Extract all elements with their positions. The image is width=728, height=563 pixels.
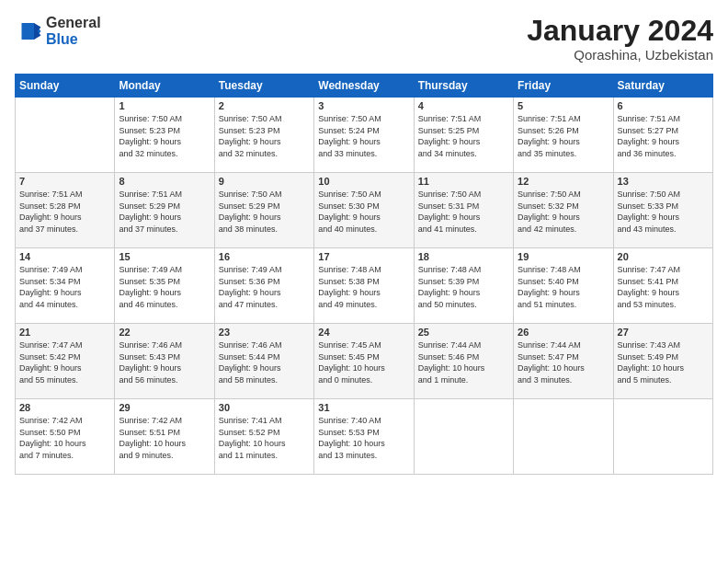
cell-content: Sunrise: 7:42 AM Sunset: 5:50 PM Dayligh… (19, 415, 110, 461)
cell-content: Sunrise: 7:50 AM Sunset: 5:23 PM Dayligh… (219, 113, 310, 159)
day-number: 9 (219, 176, 310, 187)
calendar-cell: 3Sunrise: 7:50 AM Sunset: 5:24 PM Daylig… (314, 98, 414, 173)
cell-content: Sunrise: 7:50 AM Sunset: 5:33 PM Dayligh… (618, 189, 709, 235)
cell-content: Sunrise: 7:43 AM Sunset: 5:49 PM Dayligh… (618, 339, 709, 385)
cell-content: Sunrise: 7:48 AM Sunset: 5:40 PM Dayligh… (518, 264, 609, 310)
day-number: 26 (518, 327, 609, 338)
cell-content: Sunrise: 7:49 AM Sunset: 5:35 PM Dayligh… (119, 264, 210, 310)
calendar-cell: 25Sunrise: 7:44 AM Sunset: 5:46 PM Dayli… (414, 324, 513, 399)
calendar-cell: 11Sunrise: 7:50 AM Sunset: 5:31 PM Dayli… (414, 173, 513, 248)
cell-content: Sunrise: 7:45 AM Sunset: 5:45 PM Dayligh… (318, 339, 409, 385)
day-number: 6 (618, 100, 709, 111)
day-number: 13 (618, 176, 709, 187)
page-header: General Blue January 2024 Qorashina, Uzb… (15, 15, 713, 63)
calendar-week-row: 14Sunrise: 7:49 AM Sunset: 5:34 PM Dayli… (16, 248, 713, 324)
cell-content: Sunrise: 7:50 AM Sunset: 5:30 PM Dayligh… (318, 189, 409, 235)
logo-icon (15, 17, 42, 45)
calendar-cell: 24Sunrise: 7:45 AM Sunset: 5:45 PM Dayli… (314, 324, 414, 399)
calendar-cell: 28Sunrise: 7:42 AM Sunset: 5:50 PM Dayli… (16, 399, 115, 475)
day-number: 3 (318, 100, 409, 111)
logo-general-text: General (46, 15, 101, 31)
day-number: 19 (518, 251, 609, 262)
cell-content: Sunrise: 7:50 AM Sunset: 5:31 PM Dayligh… (418, 189, 509, 235)
cell-content: Sunrise: 7:49 AM Sunset: 5:34 PM Dayligh… (19, 264, 110, 310)
day-number: 15 (119, 251, 210, 262)
calendar-cell (613, 399, 712, 475)
logo-blue-text: Blue (46, 31, 101, 48)
calendar-week-row: 7Sunrise: 7:51 AM Sunset: 5:28 PM Daylig… (16, 173, 713, 248)
day-number: 7 (19, 176, 110, 187)
day-number: 29 (119, 402, 210, 413)
month-title: January 2024 (527, 15, 713, 47)
weekday-wednesday: Wednesday (314, 75, 414, 98)
day-number: 23 (219, 327, 310, 338)
day-number: 8 (119, 176, 210, 187)
cell-content: Sunrise: 7:50 AM Sunset: 5:32 PM Dayligh… (518, 189, 609, 235)
weekday-monday: Monday (115, 75, 214, 98)
weekday-header-row: SundayMondayTuesdayWednesdayThursdayFrid… (16, 75, 713, 98)
calendar-cell: 15Sunrise: 7:49 AM Sunset: 5:35 PM Dayli… (115, 248, 214, 324)
weekday-thursday: Thursday (414, 75, 513, 98)
calendar-cell: 19Sunrise: 7:48 AM Sunset: 5:40 PM Dayli… (514, 248, 613, 324)
day-number: 12 (518, 176, 609, 187)
cell-content: Sunrise: 7:44 AM Sunset: 5:46 PM Dayligh… (418, 339, 509, 385)
cell-content: Sunrise: 7:48 AM Sunset: 5:38 PM Dayligh… (318, 264, 409, 310)
calendar-cell (16, 98, 115, 173)
cell-content: Sunrise: 7:50 AM Sunset: 5:29 PM Dayligh… (219, 189, 310, 235)
title-block: January 2024 Qorashina, Uzbekistan (527, 15, 713, 63)
calendar-cell: 20Sunrise: 7:47 AM Sunset: 5:41 PM Dayli… (613, 248, 712, 324)
calendar-cell: 26Sunrise: 7:44 AM Sunset: 5:47 PM Dayli… (514, 324, 613, 399)
day-number: 31 (318, 402, 409, 413)
calendar-cell: 29Sunrise: 7:42 AM Sunset: 5:51 PM Dayli… (115, 399, 214, 475)
calendar-cell (414, 399, 513, 475)
calendar-cell: 12Sunrise: 7:50 AM Sunset: 5:32 PM Dayli… (514, 173, 613, 248)
day-number: 21 (19, 327, 110, 338)
day-number: 22 (119, 327, 210, 338)
logo: General Blue (15, 15, 101, 47)
cell-content: Sunrise: 7:50 AM Sunset: 5:23 PM Dayligh… (119, 113, 210, 159)
day-number: 30 (219, 402, 310, 413)
calendar-cell: 5Sunrise: 7:51 AM Sunset: 5:26 PM Daylig… (514, 98, 613, 173)
calendar-week-row: 28Sunrise: 7:42 AM Sunset: 5:50 PM Dayli… (16, 399, 713, 475)
location: Qorashina, Uzbekistan (527, 47, 713, 63)
calendar-cell: 4Sunrise: 7:51 AM Sunset: 5:25 PM Daylig… (414, 98, 513, 173)
cell-content: Sunrise: 7:51 AM Sunset: 5:26 PM Dayligh… (518, 113, 609, 159)
weekday-friday: Friday (514, 75, 613, 98)
day-number: 25 (418, 327, 509, 338)
calendar-cell: 16Sunrise: 7:49 AM Sunset: 5:36 PM Dayli… (214, 248, 313, 324)
cell-content: Sunrise: 7:51 AM Sunset: 5:28 PM Dayligh… (19, 189, 110, 235)
calendar-week-row: 21Sunrise: 7:47 AM Sunset: 5:42 PM Dayli… (16, 324, 713, 399)
day-number: 4 (418, 100, 509, 111)
calendar-cell: 7Sunrise: 7:51 AM Sunset: 5:28 PM Daylig… (16, 173, 115, 248)
calendar-cell: 18Sunrise: 7:48 AM Sunset: 5:39 PM Dayli… (414, 248, 513, 324)
cell-content: Sunrise: 7:41 AM Sunset: 5:52 PM Dayligh… (219, 415, 310, 461)
day-number: 24 (318, 327, 409, 338)
day-number: 2 (219, 100, 310, 111)
calendar-cell: 30Sunrise: 7:41 AM Sunset: 5:52 PM Dayli… (214, 399, 313, 475)
calendar-week-row: 1Sunrise: 7:50 AM Sunset: 5:23 PM Daylig… (16, 98, 713, 173)
weekday-saturday: Saturday (613, 75, 712, 98)
calendar-cell: 14Sunrise: 7:49 AM Sunset: 5:34 PM Dayli… (16, 248, 115, 324)
calendar-body: 1Sunrise: 7:50 AM Sunset: 5:23 PM Daylig… (16, 98, 713, 475)
day-number: 5 (518, 100, 609, 111)
weekday-sunday: Sunday (16, 75, 115, 98)
day-number: 16 (219, 251, 310, 262)
calendar-cell: 17Sunrise: 7:48 AM Sunset: 5:38 PM Dayli… (314, 248, 414, 324)
cell-content: Sunrise: 7:48 AM Sunset: 5:39 PM Dayligh… (418, 264, 509, 310)
weekday-tuesday: Tuesday (214, 75, 313, 98)
calendar-cell: 9Sunrise: 7:50 AM Sunset: 5:29 PM Daylig… (214, 173, 313, 248)
day-number: 20 (618, 251, 709, 262)
cell-content: Sunrise: 7:50 AM Sunset: 5:24 PM Dayligh… (318, 113, 409, 159)
calendar-cell: 23Sunrise: 7:46 AM Sunset: 5:44 PM Dayli… (214, 324, 313, 399)
day-number: 28 (19, 402, 110, 413)
calendar-cell: 2Sunrise: 7:50 AM Sunset: 5:23 PM Daylig… (214, 98, 313, 173)
calendar-cell: 31Sunrise: 7:40 AM Sunset: 5:53 PM Dayli… (314, 399, 414, 475)
day-number: 10 (318, 176, 409, 187)
cell-content: Sunrise: 7:42 AM Sunset: 5:51 PM Dayligh… (119, 415, 210, 461)
day-number: 1 (119, 100, 210, 111)
calendar-cell: 22Sunrise: 7:46 AM Sunset: 5:43 PM Dayli… (115, 324, 214, 399)
cell-content: Sunrise: 7:44 AM Sunset: 5:47 PM Dayligh… (518, 339, 609, 385)
cell-content: Sunrise: 7:51 AM Sunset: 5:27 PM Dayligh… (618, 113, 709, 159)
calendar-cell: 10Sunrise: 7:50 AM Sunset: 5:30 PM Dayli… (314, 173, 414, 248)
day-number: 14 (19, 251, 110, 262)
